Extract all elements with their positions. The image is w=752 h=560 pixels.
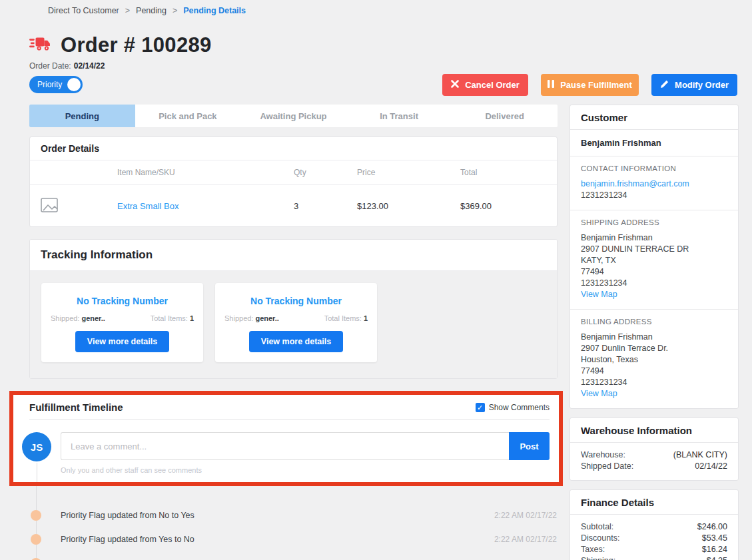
truck-icon	[29, 35, 51, 55]
order-details-card: Order Details Item Name/SKU Qty Price To…	[29, 137, 558, 227]
view-more-details-button[interactable]: View more details	[249, 331, 343, 352]
order-details-column-headers: Item Name/SKU Qty Price Total	[30, 160, 557, 185]
cancel-order-label: Cancel Order	[465, 80, 520, 90]
tracking-card-info: Shipped:gener.. Total Items:1	[51, 314, 194, 322]
order-actions: Cancel Order Pause Fulfillment Modify Or…	[442, 74, 737, 96]
warehouse-information-title: Warehouse Information	[570, 418, 738, 443]
tracking-information-title: Tracking Information	[30, 240, 557, 271]
shipped-date-row: Shipped Date: 02/14/22	[581, 461, 727, 472]
column-item-name-sku: Item Name/SKU	[117, 168, 294, 177]
billing-address-line: Benjamin Frishman	[581, 332, 727, 343]
annotation-highlight-box: Fulfillment Timeline Show Comments JS Po…	[9, 391, 563, 486]
warehouse-information-panel: Warehouse Information Warehouse: (BLANK …	[569, 418, 739, 481]
tracking-card-title: No Tracking Number	[51, 296, 194, 306]
pause-icon	[548, 80, 554, 90]
subtotal-row: Subtotal: $246.00	[581, 521, 727, 533]
view-more-details-button[interactable]: View more details	[75, 331, 169, 352]
billing-address-section: BILLING ADDRESS Benjamin Frishman 2907 D…	[570, 310, 738, 408]
shipping-view-map-link[interactable]: View Map	[581, 289, 727, 300]
fulfillment-timeline-card: Fulfillment Timeline Show Comments JS Po…	[13, 395, 559, 482]
modify-order-label: Modify Order	[675, 80, 729, 90]
timeline-event-timestamp: 2:22 AM 02/17/22	[494, 535, 558, 544]
table-row: Extra Small Box 3 $123.00 $369.00	[30, 185, 557, 226]
total-items-label: Total Items:	[324, 314, 362, 322]
shipping-address-line: 2907 DUNLIN TERRACE DR	[581, 244, 727, 255]
discounts-row: Discounts: $53.45	[581, 533, 727, 544]
billing-address-line: 2907 Dunlin Terrace Dr.	[581, 343, 727, 354]
fulfillment-timeline-title: Fulfillment Timeline	[29, 402, 123, 413]
order-date: Order Date:02/14/22	[29, 61, 105, 71]
order-details-title: Order Details	[30, 137, 557, 160]
modify-order-button[interactable]: Modify Order	[651, 74, 737, 96]
item-total: $369.00	[460, 201, 546, 211]
customer-email-link[interactable]: benjamin.frishman@cart.com	[581, 178, 727, 190]
tab-pending[interactable]: Pending	[29, 105, 135, 127]
timeline-dot-icon	[31, 534, 41, 545]
finance-details-title: Finance Details	[570, 490, 738, 515]
tab-awaiting-pickup[interactable]: Awaiting Pickup	[240, 105, 346, 127]
timeline-event-text: Priority Flag updated from No to Yes	[61, 511, 194, 520]
order-date-value: 02/14/22	[74, 61, 105, 71]
shipped-value: gener..	[255, 314, 278, 322]
contact-information-heading: CONTACT INFORMATION	[581, 164, 727, 172]
timeline-event: Priority Flag updated from No to Yes 2:2…	[29, 503, 558, 527]
status-tabs: Pending Pick and Pack Awaiting Pickup In…	[29, 105, 558, 127]
shipping-label: Shipping:	[581, 555, 615, 560]
breadcrumb-item-pending[interactable]: Pending	[136, 6, 167, 15]
tab-delivered[interactable]: Delivered	[452, 105, 558, 127]
timeline-event: Order Fulfillment Status updated from cu…	[29, 551, 558, 560]
cancel-order-button[interactable]: Cancel Order	[442, 74, 528, 96]
priority-toggle-label: Priority	[37, 80, 62, 89]
total-items-label: Total Items:	[151, 314, 188, 322]
shipping-address-line: 1231231234	[581, 278, 727, 289]
page-title: Order # 100289	[61, 33, 212, 57]
item-image-placeholder-icon	[41, 198, 117, 214]
contact-information-section: CONTACT INFORMATION benjamin.frishman@ca…	[570, 156, 738, 210]
column-total: Total	[460, 168, 546, 177]
tab-pick-and-pack[interactable]: Pick and Pack	[135, 105, 241, 127]
shipping-address-line: KATY, TX	[581, 255, 727, 266]
customer-phone: 1231231234	[581, 190, 727, 201]
billing-view-map-link[interactable]: View Map	[581, 388, 727, 400]
shipped-label: Shipped:	[51, 314, 79, 322]
taxes-value: $16.24	[702, 544, 727, 555]
breadcrumb-item-direct-to-customer[interactable]: Direct To Customer	[48, 6, 119, 15]
breadcrumb-separator: >	[125, 6, 130, 15]
breadcrumb: Direct To Customer > Pending > Pending D…	[48, 6, 246, 15]
avatar: JS	[22, 432, 51, 461]
tracking-information-card: Tracking Information No Tracking Number …	[29, 239, 558, 379]
shipping-address-line: 77494	[581, 266, 727, 278]
x-icon	[451, 80, 459, 90]
billing-address-line: 1231231234	[581, 377, 727, 388]
post-button[interactable]: Post	[509, 432, 550, 460]
tracking-card: No Tracking Number Shipped:gener.. Total…	[41, 283, 203, 362]
pause-fulfillment-button[interactable]: Pause Fulfillment	[541, 74, 639, 96]
billing-address-line: Houston, Texas	[581, 354, 727, 366]
taxes-label: Taxes:	[581, 544, 605, 555]
item-qty: 3	[294, 201, 357, 211]
column-price: Price	[357, 168, 460, 177]
timeline-event-text: Priority Flag updated from Yes to No	[61, 535, 194, 544]
tracking-card: No Tracking Number Shipped:gener.. Total…	[215, 283, 377, 362]
order-date-label: Order Date:	[29, 61, 71, 71]
discounts-value: $53.45	[702, 533, 727, 544]
warehouse-value: (BLANK CITY)	[673, 449, 727, 461]
show-comments-control[interactable]: Show Comments	[476, 403, 550, 412]
timeline-event-timestamp: 2:22 AM 02/17/22	[494, 511, 558, 520]
customer-panel-title: Customer	[570, 105, 738, 130]
timeline-events: Priority Flag updated from No to Yes 2:2…	[29, 503, 558, 560]
comment-input[interactable]	[61, 432, 509, 460]
priority-toggle[interactable]: Priority	[29, 76, 83, 93]
billing-address-heading: BILLING ADDRESS	[581, 318, 727, 326]
shipped-label: Shipped:	[224, 314, 253, 322]
tab-in-transit[interactable]: In Transit	[346, 105, 452, 127]
show-comments-checkbox[interactable]	[476, 403, 485, 412]
item-name-link[interactable]: Extra Small Box	[117, 201, 294, 211]
customer-panel: Customer Benjamin Frishman CONTACT INFOR…	[569, 105, 739, 409]
breadcrumb-item-pending-details: Pending Details	[183, 6, 246, 15]
discounts-label: Discounts:	[581, 533, 619, 544]
shipped-date-value: 02/14/22	[695, 461, 727, 472]
column-qty: Qty	[294, 168, 357, 177]
total-items-value: 1	[364, 314, 368, 322]
timeline-event: Priority Flag updated from Yes to No 2:2…	[29, 527, 558, 551]
